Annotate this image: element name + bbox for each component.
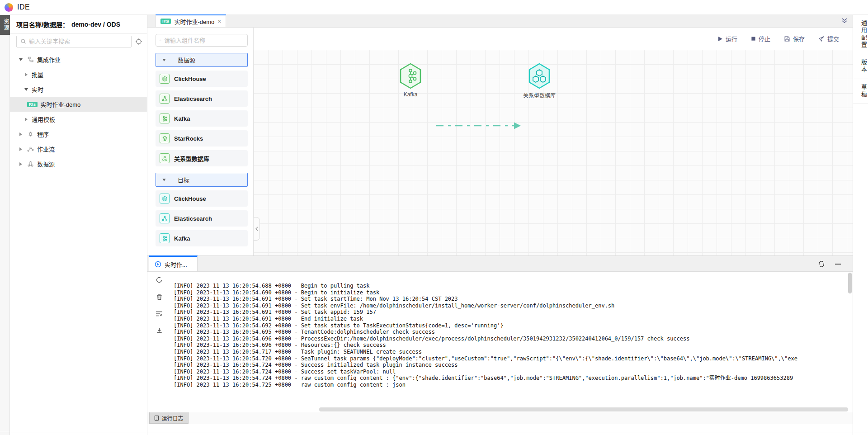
- rail-tab-draft[interactable]: 草稿: [853, 79, 868, 104]
- palette-item-elasticsearch-source[interactable]: Elasticsearch: [156, 90, 248, 107]
- tree-item-datasources[interactable]: 数据源: [10, 156, 147, 171]
- play-circle-icon: [155, 261, 161, 268]
- bottom-tab-strip: 运行日志: [147, 412, 853, 424]
- palette-item-starrocks-source[interactable]: StarRocks: [156, 130, 248, 147]
- editor-tab-realtime-job-demo[interactable]: Rts 实时作业-demo ×: [156, 14, 226, 27]
- palette-item-clickhouse-target[interactable]: ClickHouse: [156, 190, 248, 207]
- run-log-tab[interactable]: 运行日志: [149, 412, 189, 424]
- save-icon: [784, 36, 790, 42]
- caret-down-icon: [162, 179, 165, 181]
- rts-badge: Rts: [160, 19, 171, 24]
- explorer-search-input[interactable]: [29, 38, 127, 45]
- palette-item-kafka-target[interactable]: Kafka: [156, 230, 248, 246]
- workspace: 数据源 ClickHouse Elasticsearch: [147, 28, 853, 255]
- tree-label: 程序: [37, 130, 49, 138]
- explorer-panel: 项目名称/数据层： demo-dev / ODS 集成作业: [10, 15, 147, 435]
- palette-section-source[interactable]: 数据源: [156, 53, 248, 67]
- explorer-search-box[interactable]: [16, 36, 132, 47]
- submit-button[interactable]: 提交: [818, 34, 839, 43]
- sync-icon[interactable]: [818, 260, 825, 268]
- component-palette: 数据源 ClickHouse Elasticsearch: [147, 28, 254, 255]
- save-label: 保存: [793, 34, 805, 43]
- tree-item-workflows[interactable]: 作业流: [10, 142, 147, 156]
- stop-label: 停止: [759, 34, 770, 43]
- tree-label: 数据源: [37, 160, 55, 168]
- log-output[interactable]: [INFO] 2023-11-13 16:20:54.688 +0800 - B…: [174, 283, 846, 406]
- close-icon[interactable]: ×: [217, 18, 221, 25]
- palette-item-kafka-source[interactable]: Kafka: [156, 110, 248, 127]
- clear-log-icon[interactable]: [156, 293, 163, 301]
- job-toolbar: 运行 停止 保存 提交: [254, 28, 853, 50]
- log-vertical-scrollbar[interactable]: [848, 273, 852, 293]
- tree-item-batch[interactable]: 批量: [10, 67, 147, 82]
- log-tab-title: 实时作...: [165, 260, 187, 269]
- collapse-panels-icon[interactable]: [841, 17, 848, 24]
- chevron-left-icon: [255, 227, 259, 231]
- tree-item-integration-jobs[interactable]: 集成作业: [10, 52, 147, 67]
- node-kafka-source[interactable]: Kafka: [383, 62, 438, 98]
- tree-label: 通用模板: [32, 115, 55, 123]
- node-label: Kafka: [404, 91, 418, 98]
- palette-item-label: StarRocks: [174, 135, 203, 142]
- run-label: 运行: [726, 34, 737, 43]
- wrap-lines-icon[interactable]: [156, 311, 163, 317]
- rail-tab-version[interactable]: 版本: [853, 54, 868, 79]
- tree-label: 实时: [32, 85, 43, 94]
- tree-label: 实时作业-demo: [40, 100, 80, 109]
- log-body: [INFO] 2023-11-13 16:20:54.688 +0800 - B…: [147, 272, 853, 412]
- stop-button[interactable]: 停止: [751, 34, 770, 43]
- editor-tab-title: 实时作业-demo: [174, 17, 214, 26]
- tree-item-realtime[interactable]: 实时: [10, 82, 147, 97]
- palette-item-label: Kafka: [174, 115, 190, 122]
- relational-db-node-icon: [528, 62, 551, 90]
- refresh-icon[interactable]: [156, 276, 163, 284]
- tree-label: 作业流: [37, 145, 55, 153]
- node-rdbms-target[interactable]: 关系型数据库: [512, 62, 566, 99]
- tree-item-programs[interactable]: 程序: [10, 127, 147, 142]
- tree-label: 集成作业: [37, 55, 61, 64]
- caret-right-icon: [25, 73, 28, 76]
- caret-right-icon: [19, 147, 22, 151]
- log-header-actions: [818, 256, 841, 272]
- palette-section-target[interactable]: 目标: [156, 173, 248, 187]
- elasticsearch-icon: [160, 94, 170, 104]
- app-logo-icon: [5, 3, 13, 12]
- palette-item-elasticsearch-target[interactable]: Elasticsearch: [156, 210, 248, 227]
- download-log-icon[interactable]: [156, 327, 163, 334]
- tree-item-realtime-job-demo[interactable]: Rts 实时作业-demo: [10, 97, 147, 112]
- palette-item-rdbms-source[interactable]: 关系型数据库: [156, 150, 248, 166]
- edge-arrowhead: [514, 123, 521, 129]
- rail-tab-general-config[interactable]: 通用配置: [853, 15, 868, 54]
- app-title: IDE: [17, 3, 30, 11]
- log-tab-realtime-job[interactable]: 实时作...: [149, 255, 198, 271]
- minimize-panel-icon[interactable]: [835, 264, 841, 265]
- log-toolbar: [147, 276, 171, 334]
- run-log-tab-label: 运行日志: [161, 414, 183, 422]
- caret-right-icon: [25, 118, 28, 121]
- palette-search-input[interactable]: [164, 37, 244, 44]
- page-bottom-divider: [0, 432, 868, 432]
- send-icon: [818, 36, 825, 42]
- document-icon: [154, 415, 159, 421]
- rail-tab-resources[interactable]: 资源: [0, 15, 10, 35]
- search-icon: [160, 38, 161, 43]
- play-icon: [717, 36, 723, 42]
- workflow-icon: [26, 146, 34, 152]
- log-panel-header: 实时作...: [147, 256, 853, 272]
- log-horizontal-scrollbar[interactable]: [319, 407, 848, 411]
- palette-collapse-handle[interactable]: [254, 217, 260, 241]
- flow-canvas[interactable]: Kafka 关系型数据库: [254, 50, 853, 255]
- log-panel: 实时作...: [147, 255, 853, 412]
- right-rail: 通用配置 版本 草稿: [853, 15, 868, 435]
- section-title: 数据源: [178, 56, 195, 64]
- palette-item-clickhouse-source[interactable]: ClickHouse: [156, 71, 248, 87]
- locate-icon[interactable]: [135, 38, 142, 45]
- elasticsearch-icon: [160, 213, 170, 223]
- tree-label: 批量: [32, 70, 43, 79]
- tree-item-common-templates[interactable]: 通用模板: [10, 112, 147, 127]
- palette-search-box[interactable]: [156, 34, 248, 47]
- project-header-value: demo-dev / ODS: [71, 21, 120, 28]
- save-button[interactable]: 保存: [784, 34, 805, 43]
- palette-item-label: ClickHouse: [174, 76, 206, 82]
- run-button[interactable]: 运行: [717, 34, 737, 43]
